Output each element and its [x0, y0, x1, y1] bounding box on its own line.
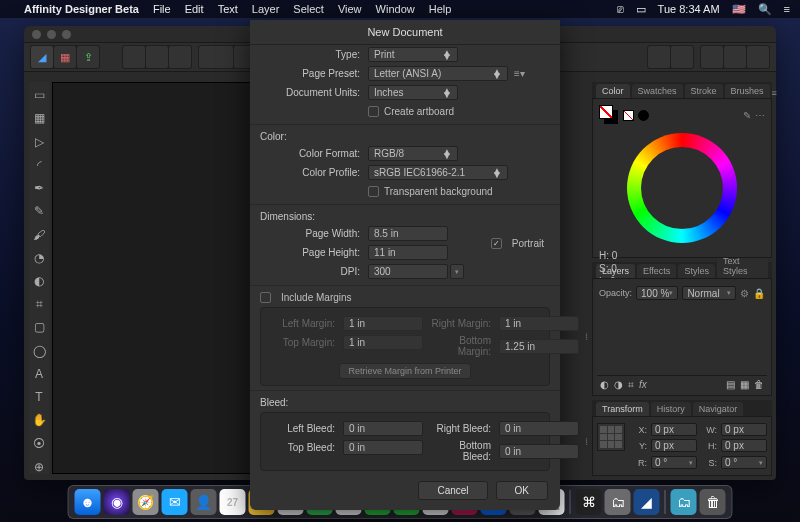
transparency-tool[interactable]: ◐ — [31, 274, 47, 288]
preset-menu-icon[interactable]: ≡▾ — [514, 68, 525, 79]
input-source-icon[interactable]: 🇺🇸 — [732, 3, 746, 16]
blend-mode-field[interactable]: Normal▾ — [682, 286, 736, 300]
color-wheel[interactable] — [627, 133, 737, 243]
add-layer-icon[interactable]: ▤ — [726, 379, 735, 391]
corner-tool[interactable]: ◜ — [31, 158, 47, 172]
traffic-zoom[interactable] — [62, 30, 71, 39]
eyedropper-icon[interactable]: ✎ — [743, 110, 751, 121]
tab-brushes[interactable]: Brushes — [725, 84, 770, 98]
text-tool[interactable]: A — [31, 367, 47, 381]
dpi-menu[interactable]: ▾ — [450, 264, 464, 279]
menubar-clock[interactable]: Tue 8:34 AM — [658, 3, 720, 15]
brush-tool[interactable]: 🖌 — [31, 227, 47, 241]
menu-select[interactable]: Select — [293, 3, 324, 15]
page-height-field[interactable]: 11 in — [368, 245, 448, 260]
pencil-tool[interactable]: ✎ — [31, 204, 47, 218]
dock-downloads[interactable]: 🗂 — [671, 489, 697, 515]
toolbar-btn[interactable] — [648, 46, 670, 68]
create-artboard-checkbox[interactable] — [368, 106, 379, 117]
tab-stroke[interactable]: Stroke — [685, 84, 723, 98]
fill-tool[interactable]: ◔ — [31, 251, 47, 265]
eyedropper-tool[interactable]: ⦿ — [31, 437, 47, 451]
fx-icon[interactable]: fx — [639, 379, 647, 391]
node-tool[interactable]: ▷ — [31, 134, 47, 148]
adjust-icon[interactable]: ◑ — [614, 379, 623, 391]
retrieve-margins-button[interactable]: Retrieve Margin from Printer — [339, 363, 470, 379]
type-dropdown[interactable]: Print▲▼ — [368, 47, 458, 62]
bottom-margin-field[interactable]: 1.25 in — [499, 339, 579, 354]
current-color-swatch[interactable] — [638, 110, 649, 121]
frame-text-tool[interactable]: T — [31, 390, 47, 404]
no-color-icon[interactable] — [623, 110, 634, 121]
page-width-field[interactable]: 8.5 in — [368, 226, 448, 241]
menu-help[interactable]: Help — [429, 3, 452, 15]
canvas-area[interactable] — [52, 82, 272, 474]
menu-edit[interactable]: Edit — [185, 3, 204, 15]
toolbar-btn[interactable] — [724, 46, 746, 68]
s-field[interactable]: 0 °▾ — [721, 456, 767, 469]
dock-finder[interactable]: ☻ — [75, 489, 101, 515]
color-profile-dropdown[interactable]: sRGB IEC61966-2.1▲▼ — [368, 165, 508, 180]
toolbar-btn[interactable] — [199, 46, 233, 68]
crop-tool[interactable]: ⌗ — [31, 297, 47, 311]
tab-history[interactable]: History — [651, 402, 691, 416]
dock-siri[interactable]: ◉ — [104, 489, 130, 515]
x-field[interactable]: 0 px — [651, 423, 697, 436]
dock-contacts[interactable]: 👤 — [191, 489, 217, 515]
gear-icon[interactable]: ⚙ — [740, 288, 749, 299]
top-bleed-field[interactable]: 0 in — [343, 440, 423, 455]
dock-safari[interactable]: 🧭 — [133, 489, 159, 515]
left-bleed-field[interactable]: 0 in — [343, 421, 423, 436]
airplay-icon[interactable]: ▭ — [636, 3, 646, 16]
preset-dropdown[interactable]: Letter (ANSI A)▲▼ — [368, 66, 508, 81]
tab-color[interactable]: Color — [596, 84, 630, 98]
toolbar-btn[interactable] — [146, 46, 168, 68]
right-bleed-field[interactable]: 0 in — [499, 421, 579, 436]
ok-button[interactable]: OK — [496, 481, 548, 500]
dock-mail[interactable]: ✉ — [162, 489, 188, 515]
move-tool[interactable]: ▭ — [31, 88, 47, 102]
cancel-button[interactable]: Cancel — [418, 481, 487, 500]
panel-options-icon[interactable]: ⋯ — [755, 110, 765, 121]
menu-file[interactable]: File — [153, 3, 171, 15]
fill-swatch[interactable] — [599, 105, 613, 119]
left-margin-field[interactable]: 1 in — [343, 316, 423, 331]
w-field[interactable]: 0 px — [721, 423, 767, 436]
menu-layer[interactable]: Layer — [252, 3, 280, 15]
dock-affinity-designer[interactable]: ◢ — [634, 489, 660, 515]
color-format-dropdown[interactable]: RGB/8▲▼ — [368, 146, 458, 161]
add-pixel-icon[interactable]: ▦ — [740, 379, 749, 391]
trash-icon[interactable]: 🗑 — [754, 379, 764, 391]
shape-tool[interactable]: ▢ — [31, 320, 47, 334]
transparent-bg-checkbox[interactable] — [368, 186, 379, 197]
r-field[interactable]: 0 °▾ — [651, 456, 697, 469]
color-triangle[interactable] — [645, 151, 719, 225]
anchor-selector[interactable] — [597, 423, 625, 451]
top-margin-field[interactable]: 1 in — [343, 335, 423, 350]
notification-center-icon[interactable]: ≡ — [784, 3, 790, 15]
pen-tool[interactable]: ✒ — [31, 181, 47, 195]
tab-swatches[interactable]: Swatches — [632, 84, 683, 98]
right-margin-field[interactable]: 1 in — [499, 316, 579, 331]
link-margins-icon[interactable]: ⁞ — [585, 314, 588, 359]
zoom-tool[interactable]: ⊕ — [31, 460, 47, 474]
artboard-tool[interactable]: ▦ — [31, 111, 47, 125]
hand-tool[interactable]: ✋ — [31, 413, 47, 427]
lock-icon[interactable]: 🔒 — [753, 288, 765, 299]
dock-preview[interactable]: 🗂 — [605, 489, 631, 515]
persona-export[interactable]: ⇪ — [77, 46, 99, 68]
toolbar-btn[interactable] — [123, 46, 145, 68]
spotlight-icon[interactable]: 🔍 — [758, 3, 772, 16]
traffic-close[interactable] — [32, 30, 41, 39]
h-field[interactable]: 0 px — [721, 439, 767, 452]
persona-designer[interactable]: ◢ — [31, 46, 53, 68]
layer-opacity-field[interactable]: 100 %▾ — [636, 286, 678, 300]
screen-share-icon[interactable]: ⎚ — [617, 3, 624, 15]
mask-icon[interactable]: ◐ — [600, 379, 609, 391]
toolbar-btn[interactable] — [169, 46, 191, 68]
shapes-tool[interactable]: ◯ — [31, 344, 47, 358]
tab-navigator[interactable]: Navigator — [693, 402, 744, 416]
bottom-bleed-field[interactable]: 0 in — [499, 444, 579, 459]
dpi-field[interactable]: 300 — [368, 264, 448, 279]
toolbar-btn[interactable] — [701, 46, 723, 68]
